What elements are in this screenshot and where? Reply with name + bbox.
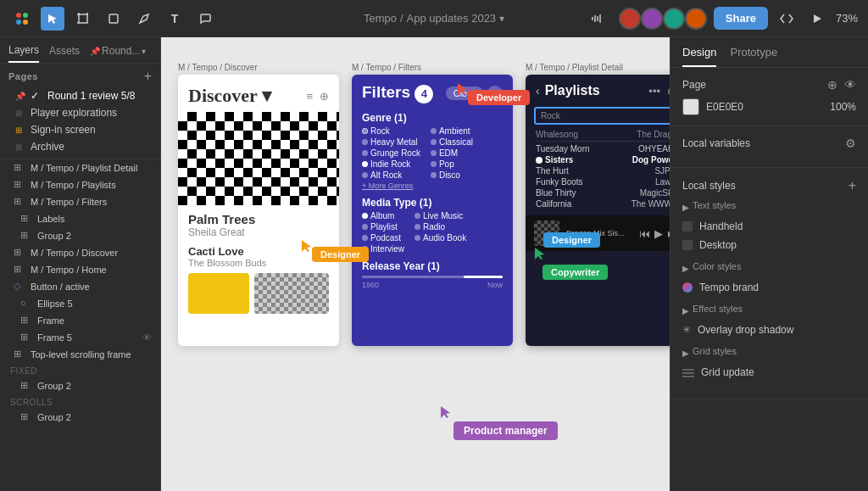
layer-group2-b[interactable]: ⊞ Group 2 <box>0 377 160 394</box>
toolbar-left: T <box>10 7 217 31</box>
canvas[interactable]: M / Tempo / Discover Discover ▾ ≡⊕ Palm … <box>161 37 670 491</box>
page-item-2[interactable]: ⊞ Sign-in screen <box>8 121 152 138</box>
main-layout: Layers Assets 📌 Round... ▾ Pages + 📌 ✓ R… <box>0 37 868 491</box>
filters-frame-label: M / Tempo / Filters <box>352 63 513 72</box>
frame-icon: ⊞ <box>20 411 32 423</box>
local-variables-title: Local variables <box>682 137 750 149</box>
zoom-level[interactable]: 73% <box>836 12 858 25</box>
page-icon-1[interactable]: ⊕ <box>827 78 837 92</box>
svg-point-2 <box>16 20 21 25</box>
grid-icon <box>682 366 694 378</box>
audio-icon[interactable] <box>585 7 609 31</box>
project-name[interactable]: App updates 2023 <box>407 12 497 25</box>
text-style-desktop[interactable]: Desktop <box>682 236 856 254</box>
toolbar: T Tempo / App updates 2023 ▾ Share <box>0 0 868 37</box>
cursor-3 <box>535 248 545 265</box>
rounds-tab[interactable]: 📌 Round... ▾ <box>90 45 146 62</box>
frame-icon: ⊞ <box>14 162 25 174</box>
text-tool[interactable]: T <box>163 7 186 31</box>
code-icon[interactable] <box>775 7 798 31</box>
page-section-title: Page <box>682 79 706 91</box>
share-button[interactable]: Share <box>714 7 768 30</box>
breadcrumb: Tempo / App updates 2023 ▾ <box>364 12 504 25</box>
layer-frame-a[interactable]: ⊞ Frame <box>0 312 160 329</box>
cursor-4 <box>441 406 451 423</box>
fill-opacity: 100% <box>830 101 856 113</box>
right-panel: Design Prototype Page ⊕ 👁 E0E0E0 100% Lo… <box>670 37 868 491</box>
page-item-1[interactable]: ⊞ Player explorations <box>8 104 152 121</box>
frame-icon: ⊞ <box>14 196 25 208</box>
layer-group2-a[interactable]: ⊞ Group 2 <box>0 227 160 244</box>
discover-frame-wrapper: M / Tempo / Discover Discover ▾ ≡⊕ Palm … <box>178 63 339 346</box>
sun-icon: ✳ <box>682 324 691 336</box>
page-item-3[interactable]: ⊞ Archive <box>8 138 152 155</box>
local-variables-icon[interactable]: ⚙ <box>845 137 856 150</box>
layers-tab[interactable]: Layers <box>8 44 39 63</box>
design-tab[interactable]: Design <box>682 46 716 67</box>
fill-value: E0E0E0 <box>706 101 743 113</box>
add-page-button[interactable]: + <box>144 69 152 84</box>
toolbar-right: Share 73% <box>585 7 858 31</box>
scrolls-label: SCROLLS <box>0 394 160 409</box>
fill-swatch[interactable] <box>682 98 699 115</box>
layers-list: ⊞ M / Tempo / Playlist Detail ⊞ M / Temp… <box>0 159 160 491</box>
select-tool[interactable] <box>41 7 64 31</box>
prototype-tab[interactable]: Prototype <box>730 46 777 67</box>
right-panel-tabs: Design Prototype <box>670 37 868 68</box>
svg-marker-15 <box>441 406 450 418</box>
frame-tool[interactable] <box>71 7 95 31</box>
layer-playlist-detail[interactable]: ⊞ M / Tempo / Playlist Detail <box>0 159 160 176</box>
ellipse-icon: ○ <box>20 298 32 310</box>
effect-style-overlay[interactable]: ✳ Overlay drop shadow <box>682 321 856 339</box>
left-panel: Layers Assets 📌 Round... ▾ Pages + 📌 ✓ R… <box>0 37 161 491</box>
avatar-2 <box>641 8 663 30</box>
page-eye-icon[interactable]: 👁 <box>844 78 856 92</box>
layer-group2-c[interactable]: ⊞ Group 2 <box>0 409 160 426</box>
layer-ellipse5[interactable]: ○ Ellipse 5 <box>0 295 160 312</box>
fill-row: E0E0E0 100% <box>682 98 856 115</box>
frame-icon: ⊞ <box>20 380 32 392</box>
layer-labels[interactable]: ⊞ Labels <box>0 210 160 227</box>
layer-home[interactable]: ⊞ M / Tempo / Home <box>0 261 160 278</box>
component-icon: ◇ <box>14 281 25 293</box>
cursor-1 <box>458 83 468 100</box>
frame-icon: ⊞ <box>14 247 25 259</box>
color-styles-subsection: ▶ Color styles Tempo brand <box>682 261 856 297</box>
page-item-0[interactable]: 📌 ✓ Round 1 review 5/8 <box>8 87 152 104</box>
grid-style-update[interactable]: Grid update <box>682 363 856 382</box>
copywriter-annotation: Copywriter <box>542 265 608 280</box>
layer-frame5[interactable]: ⊞ Frame 5 👁 <box>0 329 160 346</box>
grid-styles-subsection: ▶ Grid styles Grid update <box>682 346 856 382</box>
designer-annotation-2: Designer <box>543 232 600 248</box>
frame-icon: ⊞ <box>20 230 32 242</box>
add-style-button[interactable]: + <box>849 178 856 193</box>
effect-styles-subsection: ▶ Effect styles ✳ Overlay drop shadow <box>682 304 856 339</box>
main-menu-icon[interactable] <box>10 7 34 31</box>
layer-button-active[interactable]: ◇ Button / active <box>0 278 160 295</box>
comment-tool[interactable] <box>193 7 217 31</box>
layer-scrolling-frame[interactable]: ⊞ Top-level scrolling frame <box>0 346 160 363</box>
shape-tool[interactable] <box>102 7 125 31</box>
text-style-handheld[interactable]: Handheld <box>682 217 856 236</box>
frame-icon: ⊞ <box>14 349 25 360</box>
play-icon[interactable] <box>805 7 829 31</box>
assets-tab[interactable]: Assets <box>49 45 80 62</box>
color-style-tempo-brand[interactable]: Tempo brand <box>682 278 856 297</box>
avatar-4 <box>685 8 707 30</box>
pen-tool[interactable] <box>132 7 156 31</box>
layer-playlists[interactable]: ⊞ M / Tempo / Playlists <box>0 176 160 193</box>
playlist-frame-wrapper: M / Tempo / Playlist Detail ‹ Playlists … <box>526 63 670 346</box>
svg-marker-13 <box>302 240 311 252</box>
playlist-frame: ‹ Playlists •••⊕ Rock WhalesongThe Drags <box>526 75 670 346</box>
layer-filters[interactable]: ⊞ M / Tempo / Filters <box>0 193 160 210</box>
page-section: Page ⊕ 👁 E0E0E0 100% <box>670 68 868 126</box>
svg-point-3 <box>23 20 28 25</box>
frame-icon: ⊞ <box>20 315 32 326</box>
designer-annotation-1: Designer <box>312 247 369 262</box>
layer-discover[interactable]: ⊞ M / Tempo / Discover <box>0 244 160 261</box>
checkerboard-1 <box>178 112 339 205</box>
developer-annotation: Developer <box>468 90 530 105</box>
visibility-toggle[interactable]: 👁 <box>142 332 152 343</box>
app-name[interactable]: Tempo <box>364 12 397 25</box>
svg-marker-12 <box>458 83 467 95</box>
